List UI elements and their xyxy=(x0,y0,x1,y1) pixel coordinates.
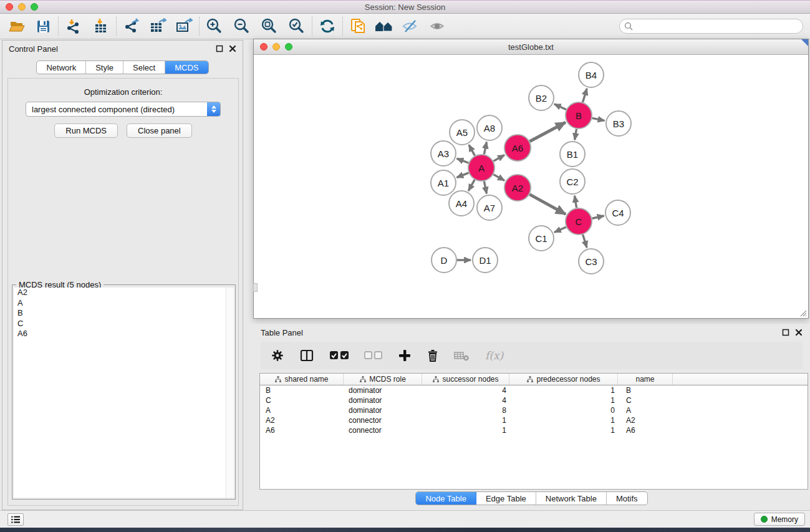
network-zoom-button[interactable] xyxy=(285,43,292,51)
table-cell[interactable]: A2 xyxy=(260,416,344,425)
save-session-button[interactable] xyxy=(32,16,54,36)
close-panel-icon[interactable] xyxy=(795,329,803,336)
tab-edge-table[interactable]: Edge Table xyxy=(476,492,536,505)
edge-C-C1[interactable] xyxy=(554,227,566,233)
tab-node-table[interactable]: Node Table xyxy=(416,492,476,505)
table-row[interactable]: Bdominator41B xyxy=(260,385,808,395)
resize-grip-icon[interactable] xyxy=(798,308,807,317)
table-cell[interactable]: A6 xyxy=(618,426,673,435)
edge-B-B4[interactable] xyxy=(582,89,587,102)
export-table-button[interactable] xyxy=(147,16,168,36)
table-cell[interactable]: connector xyxy=(344,416,422,425)
edge-A-A1[interactable] xyxy=(456,173,468,178)
export-image-button[interactable] xyxy=(173,16,195,36)
close-panel-icon[interactable] xyxy=(229,45,236,52)
network-canvas[interactable]: AA6A2BCA5A8A3A1A4A7B2B4B3B1C2C4C1C3DD1 xyxy=(254,55,808,318)
result-item[interactable]: A6 xyxy=(14,329,234,339)
refresh-button[interactable] xyxy=(317,16,338,36)
hide-selected-button[interactable] xyxy=(400,16,421,36)
function-builder-button[interactable]: f(x) xyxy=(485,349,503,362)
home-button[interactable] xyxy=(374,16,395,36)
edge-B-B2[interactable] xyxy=(554,104,566,110)
search-input[interactable] xyxy=(619,19,803,34)
tab-style[interactable]: Style xyxy=(86,61,123,74)
network-minimize-button[interactable] xyxy=(272,43,280,51)
table-cell[interactable]: 0 xyxy=(509,406,618,415)
column-header-shared-name[interactable]: shared name xyxy=(260,374,344,385)
table-cell[interactable]: 1 xyxy=(509,416,618,425)
delete-column-button[interactable] xyxy=(427,349,439,362)
criterion-dropdown[interactable]: largest connected component (directed) xyxy=(26,102,221,117)
tab-motifs[interactable]: Motifs xyxy=(607,492,647,505)
export-network-button[interactable] xyxy=(121,16,142,36)
tab-select[interactable]: Select xyxy=(123,61,165,74)
table-cell[interactable]: A xyxy=(260,406,344,415)
edge-A6-B[interactable] xyxy=(529,122,565,141)
table-cell[interactable]: dominator xyxy=(344,396,422,405)
tab-mcds[interactable]: MCDS xyxy=(165,61,208,74)
show-all-button[interactable] xyxy=(427,16,448,36)
edge-C-C3[interactable] xyxy=(583,235,587,248)
edge-B-B3[interactable] xyxy=(592,118,605,120)
table-cell[interactable]: C xyxy=(260,396,344,405)
table-cell[interactable]: B xyxy=(618,386,673,395)
column-header-successor-nodes[interactable]: successor nodes xyxy=(422,374,509,385)
zoom-window-button[interactable] xyxy=(31,3,38,11)
tab-network-table[interactable]: Network Table xyxy=(536,492,607,505)
import-network-button[interactable] xyxy=(63,16,84,36)
tab-network[interactable]: Network xyxy=(37,61,86,74)
add-column-button[interactable] xyxy=(398,349,412,362)
table-cell[interactable]: 1 xyxy=(509,396,618,405)
table-cell[interactable]: 4 xyxy=(422,386,509,395)
table-cell[interactable]: dominator xyxy=(344,406,422,415)
edge-A-A2[interactable] xyxy=(493,175,504,181)
edge-A-A5[interactable] xyxy=(469,145,475,155)
edge-A-A4[interactable] xyxy=(468,180,475,191)
zoom-out-button[interactable] xyxy=(231,16,253,36)
table-cell[interactable]: 1 xyxy=(422,416,509,425)
result-item[interactable]: C xyxy=(14,319,234,329)
close-panel-button[interactable]: Close panel xyxy=(127,123,192,138)
zoom-fit-button[interactable] xyxy=(259,16,280,36)
table-cell[interactable]: connector xyxy=(344,426,422,435)
run-mcds-button[interactable]: Run MCDS xyxy=(54,123,118,138)
table-row[interactable]: Adominator80A xyxy=(260,405,808,415)
table-row[interactable]: Cdominator41C xyxy=(260,395,808,405)
result-item[interactable]: A xyxy=(14,298,234,309)
edge-A-A8[interactable] xyxy=(484,142,486,155)
duplicate-network-button[interactable] xyxy=(347,16,369,36)
zoom-in-button[interactable] xyxy=(204,16,225,36)
result-scrollbar[interactable] xyxy=(226,288,234,498)
open-session-button[interactable] xyxy=(6,16,27,36)
table-cell[interactable]: A2 xyxy=(618,416,673,425)
edge-A-A3[interactable] xyxy=(457,158,469,163)
table-row[interactable]: A2connector11A2 xyxy=(260,415,808,425)
task-history-button[interactable] xyxy=(7,513,24,526)
edge-A-A6[interactable] xyxy=(493,155,504,162)
table-row[interactable]: A6connector11A6 xyxy=(260,425,808,435)
select-all-button[interactable] xyxy=(329,351,349,360)
column-header-predecessor-nodes[interactable]: predecessor nodes xyxy=(509,374,618,385)
import-table-button[interactable] xyxy=(90,16,112,36)
memory-button[interactable]: Memory xyxy=(754,513,805,526)
result-item[interactable]: A2 xyxy=(14,288,234,298)
edge-A-A7[interactable] xyxy=(484,181,486,194)
edge-B-B1[interactable] xyxy=(575,129,577,140)
column-header-name[interactable]: name xyxy=(618,374,673,385)
table-cell[interactable]: C xyxy=(618,396,673,405)
network-close-button[interactable] xyxy=(260,43,268,51)
table-cell[interactable]: 8 xyxy=(422,406,509,415)
table-cell[interactable]: 1 xyxy=(509,426,618,435)
close-window-button[interactable] xyxy=(6,3,13,11)
birdseye-handle[interactable] xyxy=(253,283,258,292)
show-columns-button[interactable] xyxy=(299,349,314,362)
table-cell[interactable]: 4 xyxy=(422,396,509,405)
edge-C-C4[interactable] xyxy=(592,216,604,218)
float-panel-icon[interactable] xyxy=(216,45,223,52)
table-cell[interactable]: A xyxy=(618,406,673,415)
table-cell[interactable]: 1 xyxy=(509,386,618,395)
table-cell[interactable]: A6 xyxy=(260,426,344,435)
minimize-window-button[interactable] xyxy=(18,3,26,11)
column-header-mcds-role[interactable]: MCDS role xyxy=(344,374,422,385)
table-cell[interactable]: B xyxy=(260,386,344,395)
